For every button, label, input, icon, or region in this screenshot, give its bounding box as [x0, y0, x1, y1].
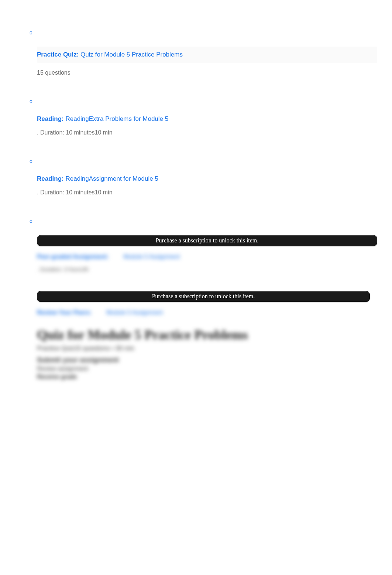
paywall-banner[interactable]: Purchase a subscription to unlock this i…: [37, 291, 370, 302]
course-item[interactable]: Practice Quiz: Quiz for Module 5 Practic…: [37, 47, 377, 63]
reading-link[interactable]: Reading: ReadingExtra Problems for Modul…: [37, 115, 168, 122]
item-meta: 15 questions: [37, 69, 377, 76]
course-item[interactable]: Reading: ReadingExtra Problems for Modul…: [37, 115, 377, 123]
paywall-banner[interactable]: Purchase a subscription to unlock this i…: [37, 235, 377, 246]
item-meta: . Duration: 10 minutes10 min: [37, 189, 377, 196]
locked-item-prefix: Peer-graded Assignment:: [37, 254, 109, 260]
locked-item-meta: . Duration: 3 hours3h: [37, 266, 377, 272]
item-title: ReadingExtra Problems for Module 5: [65, 115, 168, 122]
list-bullet: o: [30, 30, 33, 35]
item-type-label: Practice Quiz:: [37, 51, 80, 58]
locked-item-prefix: Review Your Peers:: [37, 309, 92, 316]
locked-heading: Quiz for Module 5 Practice Problems: [37, 327, 370, 343]
item-title: ReadingAssignment for Module 5: [65, 175, 158, 182]
list-bullet: o: [30, 98, 33, 104]
locked-step: Review assignment: [37, 365, 370, 372]
item-type-label: Reading:: [37, 175, 65, 182]
practice-quiz-link[interactable]: Practice Quiz: Quiz for Module 5 Practic…: [37, 51, 183, 58]
locked-step: Receive grade: [37, 374, 370, 380]
reading-link[interactable]: Reading: ReadingAssignment for Module 5: [37, 175, 158, 182]
list-bullet: o: [30, 218, 33, 224]
course-item[interactable]: Reading: ReadingAssignment for Module 5: [37, 175, 377, 183]
locked-item-title: Module 5 Assignment: [123, 254, 180, 260]
locked-subtitle: Practice Quiz15 questions • 30 min: [37, 345, 370, 352]
item-title: Quiz for Module 5 Practice Problems: [80, 51, 183, 58]
locked-step: Submit your assignment: [37, 356, 370, 364]
item-meta: . Duration: 10 minutes10 min: [37, 129, 377, 136]
locked-item-title: Module 5 Assignment: [106, 309, 163, 316]
list-bullet: o: [30, 158, 33, 164]
item-type-label: Reading:: [37, 115, 65, 122]
